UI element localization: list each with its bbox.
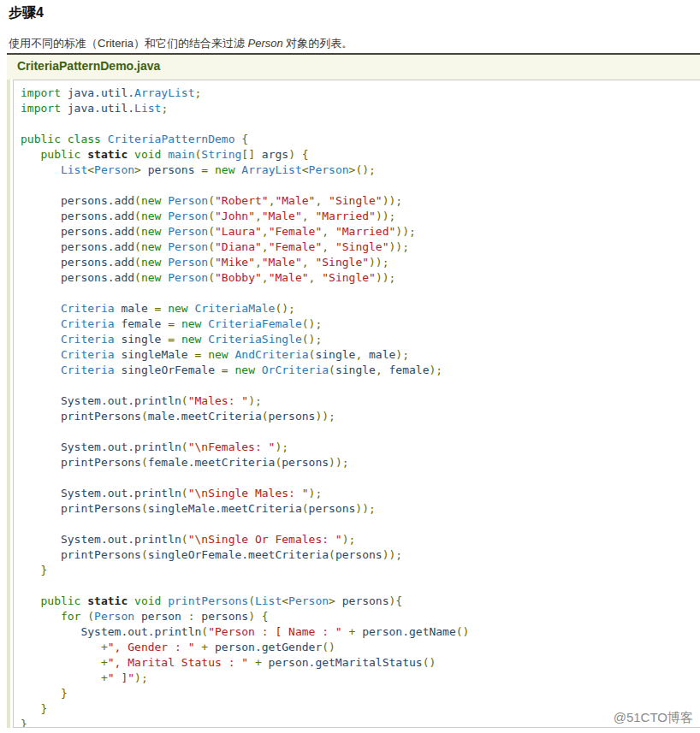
code-line: } (21, 686, 693, 701)
code-line: persons.add(new Person("Mike","Male", "S… (21, 255, 693, 270)
code-line (21, 470, 693, 486)
code-line (21, 178, 693, 193)
code-line: System.out.println("Males: "); (21, 393, 693, 409)
code-line: System.out.println("\nFemales: "); (21, 440, 693, 455)
code-content: import java.util.ArrayList;import java.u… (13, 80, 700, 728)
code-line: Criteria single = new CriteriaSingle(); (21, 332, 693, 347)
code-line: printPersons(singleMale.meetCriteria(per… (21, 501, 693, 517)
code-line: Criteria singleMale = new AndCriteria(si… (21, 347, 693, 363)
code-line: Criteria female = new CriteriaFemale(); (21, 316, 693, 332)
code-line: persons.add(new Person("John","Male", "M… (21, 209, 693, 224)
page-title: 步骤4 (0, 0, 700, 22)
code-line: +", Marital Status : " + person.getMarit… (21, 655, 693, 671)
code-line: } (21, 701, 693, 717)
code-line: +", Gender : " + person.getGender() (21, 640, 693, 655)
code-line: } (21, 717, 693, 728)
description-text-after: 对象的列表。 (283, 37, 353, 50)
code-line: System.out.println("Person : [ Name : " … (21, 624, 693, 640)
code-line: System.out.println("\nSingle Or Females:… (21, 532, 693, 547)
description-text: 使用不同的标准（Criteria）和它们的结合来过滤 (9, 37, 248, 50)
code-line (21, 578, 693, 594)
code-line: Criteria singleOrFemale = new OrCriteria… (21, 363, 693, 378)
description-person-emphasis: Person (248, 37, 283, 50)
code-line: persons.add(new Person("Laura","Female",… (21, 224, 693, 239)
description: 使用不同的标准（Criteria）和它们的结合来过滤 Person 对象的列表。 (0, 22, 700, 51)
code-line: +" ]"); (21, 671, 693, 686)
code-line (21, 116, 693, 132)
code-line: persons.add(new Person("Robert","Male", … (21, 193, 693, 209)
code-body: import java.util.ArrayList;import java.u… (7, 80, 700, 728)
code-line: persons.add(new Person("Diana","Female",… (21, 239, 693, 255)
code-line: System.out.println("\nSingle Males: "); (21, 486, 693, 501)
code-line (21, 286, 693, 301)
code-line: List<Person> persons = new ArrayList<Per… (21, 163, 693, 178)
code-line (21, 517, 693, 532)
code-line: public static void main(String[] args) { (21, 147, 693, 163)
code-line (21, 378, 693, 393)
code-filename: CriteriaPatternDemo.java (7, 55, 700, 78)
code-line: printPersons(singleOrFemale.meetCriteria… (21, 547, 693, 563)
code-line: persons.add(new Person("Bobby","Male", "… (21, 270, 693, 286)
code-line: for (Person person : persons) { (21, 609, 693, 624)
code-line: import java.util.List; (21, 101, 693, 116)
code-line: public class CriteriaPatternDemo { (21, 132, 693, 147)
code-line: Criteria male = new CriteriaMale(); (21, 301, 693, 316)
code-line: import java.util.ArrayList; (21, 86, 693, 101)
watermark: @51CTO博客 (614, 710, 693, 726)
code-line: printPersons(female.meetCriteria(persons… (21, 455, 693, 470)
code-line: printPersons(male.meetCriteria(persons))… (21, 409, 693, 424)
code-line: } (21, 563, 693, 578)
code-line: public static void printPersons(List<Per… (21, 594, 693, 609)
code-block: CriteriaPatternDemo.java import java.uti… (7, 53, 700, 728)
code-line (21, 424, 693, 440)
